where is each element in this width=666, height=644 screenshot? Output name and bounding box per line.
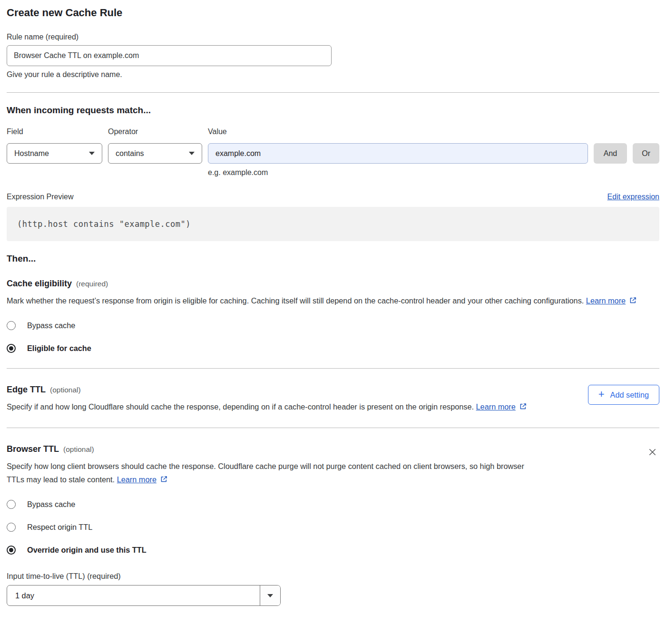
browser-ttl-heading: Browser TTL (optional) <box>7 444 646 454</box>
field-select[interactable]: Hostname <box>7 143 102 164</box>
cache-eligibility-title: Cache eligibility <box>7 279 72 289</box>
edge-ttl-description: Specify if and how long Cloudflare shoul… <box>7 400 530 413</box>
external-link-icon <box>629 296 637 304</box>
radio-label: Respect origin TTL <box>27 523 92 532</box>
field-label: Field <box>7 127 102 136</box>
radio-option-bypass-cache[interactable]: Bypass cache <box>7 321 75 330</box>
browser-ttl-section: Browser TTL (optional) Specify how long … <box>7 441 659 486</box>
ttl-input-label: Input time-to-live (TTL) (required) <box>7 572 659 581</box>
rule-name-label: Rule name (required) <box>7 33 659 41</box>
close-icon <box>647 447 657 457</box>
edge-ttl-description-text: Specify if and how long Cloudflare shoul… <box>7 402 474 411</box>
browser-ttl-title: Browser TTL <box>7 444 59 454</box>
cache-eligibility-heading: Cache eligibility (required) <box>7 279 659 289</box>
expression-code-block: (http.host contains "example.com") <box>7 207 659 241</box>
radio-icon <box>7 523 16 532</box>
divider <box>7 368 659 369</box>
then-heading: Then... <box>7 253 659 264</box>
divider <box>7 428 659 428</box>
radio-selected-icon <box>7 546 16 555</box>
rule-name-helper: Give your rule a descriptive name. <box>7 70 659 79</box>
and-button[interactable]: And <box>594 143 627 164</box>
browser-ttl-learn-more-link[interactable]: Learn more <box>117 475 157 484</box>
radio-label: Override origin and use this TTL <box>27 546 147 555</box>
browser-ttl-content: Browser TTL (optional) Specify how long … <box>7 441 646 486</box>
value-column: Value <box>208 127 588 164</box>
radio-label: Bypass cache <box>27 321 75 330</box>
edit-expression-link[interactable]: Edit expression <box>607 193 659 201</box>
radio-icon <box>7 321 16 330</box>
field-column: Field Hostname <box>7 127 102 164</box>
optional-badge: (optional) <box>50 386 81 394</box>
edge-ttl-title: Edge TTL <box>7 385 46 395</box>
chevron-down-icon <box>189 152 195 155</box>
edge-ttl-section: Edge TTL (optional) Specify if and how l… <box>7 382 659 413</box>
ttl-dropdown[interactable]: 1 day <box>7 585 281 606</box>
or-button[interactable]: Or <box>633 143 659 164</box>
radio-icon <box>7 500 16 509</box>
cache-eligibility-learn-more-link[interactable]: Learn more <box>586 296 626 305</box>
value-helper: e.g. example.com <box>208 168 659 177</box>
ttl-dropdown-value[interactable]: 1 day <box>7 585 260 605</box>
browser-ttl-description-text: Specify how long client browsers should … <box>7 462 524 484</box>
page-title: Create new Cache Rule <box>7 0 659 20</box>
value-label: Value <box>208 127 588 136</box>
add-setting-label: Add setting <box>610 390 649 400</box>
browser-ttl-description: Specify how long client browsers should … <box>7 459 528 486</box>
radio-option-eligible-for-cache[interactable]: Eligible for cache <box>7 344 91 353</box>
remove-browser-ttl-button[interactable] <box>646 445 659 460</box>
radio-option-respect-origin-ttl[interactable]: Respect origin TTL <box>7 523 92 532</box>
learn-more-label: Learn more <box>476 402 516 411</box>
operator-select-value: contains <box>116 149 144 158</box>
plus-icon: + <box>598 389 605 400</box>
add-setting-button[interactable]: + Add setting <box>588 385 659 405</box>
operator-select[interactable]: contains <box>108 143 202 164</box>
external-link-icon <box>519 402 527 410</box>
edge-ttl-content: Edge TTL (optional) Specify if and how l… <box>7 382 588 413</box>
expression-code: (http.host contains "example.com") <box>17 219 191 229</box>
optional-badge: (optional) <box>63 445 94 454</box>
edge-ttl-learn-more-link[interactable]: Learn more <box>476 402 516 411</box>
cache-eligibility-description-text: Mark whether the request’s response from… <box>7 296 584 305</box>
divider <box>7 92 659 93</box>
ttl-dropdown-arrow-button[interactable] <box>260 585 280 605</box>
radio-option-override-origin-ttl[interactable]: Override origin and use this TTL <box>7 546 147 555</box>
operator-column: Operator contains <box>108 127 202 164</box>
cache-eligibility-description: Mark whether the request’s response from… <box>7 294 646 307</box>
match-section-heading: When incoming requests match... <box>7 105 659 116</box>
expression-preview-label: Expression Preview <box>7 193 74 201</box>
learn-more-label: Learn more <box>117 475 157 484</box>
match-condition-row: Field Hostname Operator contains Value A… <box>7 127 659 164</box>
external-link-icon <box>160 475 168 483</box>
value-input[interactable] <box>208 143 588 164</box>
rule-name-input[interactable] <box>7 45 332 66</box>
radio-selected-icon <box>7 344 16 353</box>
radio-label: Eligible for cache <box>27 344 91 353</box>
operator-label: Operator <box>108 127 202 136</box>
radio-option-browser-bypass-cache[interactable]: Bypass cache <box>7 500 75 509</box>
chevron-down-icon <box>267 594 273 597</box>
expression-preview-row: Expression Preview Edit expression <box>7 193 659 201</box>
learn-more-label: Learn more <box>586 296 626 305</box>
create-cache-rule-form: Create new Cache Rule Rule name (require… <box>0 0 666 625</box>
chevron-down-icon <box>89 152 95 155</box>
required-badge: (required) <box>76 280 108 288</box>
edge-ttl-heading: Edge TTL (optional) <box>7 385 588 395</box>
field-select-value: Hostname <box>14 149 49 158</box>
radio-label: Bypass cache <box>27 500 75 509</box>
